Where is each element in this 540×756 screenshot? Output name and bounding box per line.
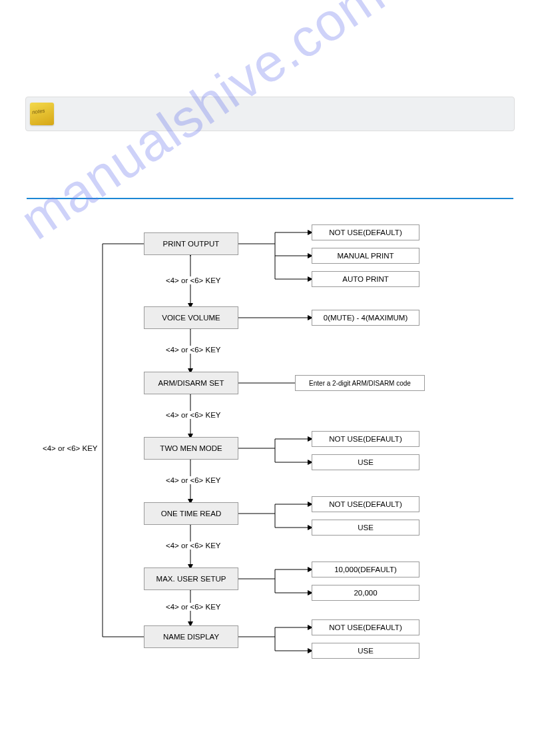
diagram-connectors: [25, 220, 515, 700]
opt-arm-code: Enter a 2-digit ARM/DISARM code: [295, 375, 425, 391]
opt-use: USE: [312, 454, 419, 470]
nav-label: <4> or <6> KEY: [164, 276, 222, 284]
opt-auto-print: AUTO PRINT: [312, 271, 419, 287]
flow-diagram: manualshive.com: [25, 220, 515, 700]
opt-use: USE: [312, 520, 419, 536]
opt-volume-range: 0(MUTE) - 4(MAXIMUM): [312, 310, 419, 326]
nav-label: <4> or <6> KEY: [164, 411, 222, 419]
opt-not-use: NOT USE(DEFAULT): [312, 496, 419, 512]
opt-not-use: NOT USE(DEFAULT): [312, 431, 419, 447]
opt-not-use: NOT USE(DEFAULT): [312, 619, 419, 635]
node-name-display: NAME DISPLAY: [144, 625, 238, 648]
opt-manual-print: MANUAL PRINT: [312, 248, 419, 264]
notes-icon: [30, 103, 54, 125]
opt-use: USE: [312, 643, 419, 659]
section-divider: [27, 198, 513, 199]
node-two-men-mode: TWO MEN MODE: [144, 437, 238, 460]
nav-label: <4> or <6> KEY: [164, 542, 222, 550]
node-one-time-read: ONE TIME READ: [144, 502, 238, 525]
nav-label: <4> or <6> KEY: [164, 476, 222, 484]
nav-label: <4> or <6> KEY: [164, 346, 222, 354]
opt-not-use: NOT USE(DEFAULT): [312, 224, 419, 240]
opt-10000: 10,000(DEFAULT): [312, 562, 419, 577]
opt-20000: 20,000: [312, 585, 419, 601]
node-max-user-setup: MAX. USER SETUP: [144, 567, 238, 590]
side-nav-label: <4> or <6> KEY: [43, 444, 97, 452]
node-voice-volume: VOICE VOLUME: [144, 306, 238, 329]
node-print-output: PRINT OUTPUT: [144, 232, 238, 255]
note-banner: [25, 97, 515, 131]
nav-label: <4> or <6> KEY: [164, 603, 222, 611]
node-arm-disarm-set: ARM/DISARM SET: [144, 372, 238, 394]
